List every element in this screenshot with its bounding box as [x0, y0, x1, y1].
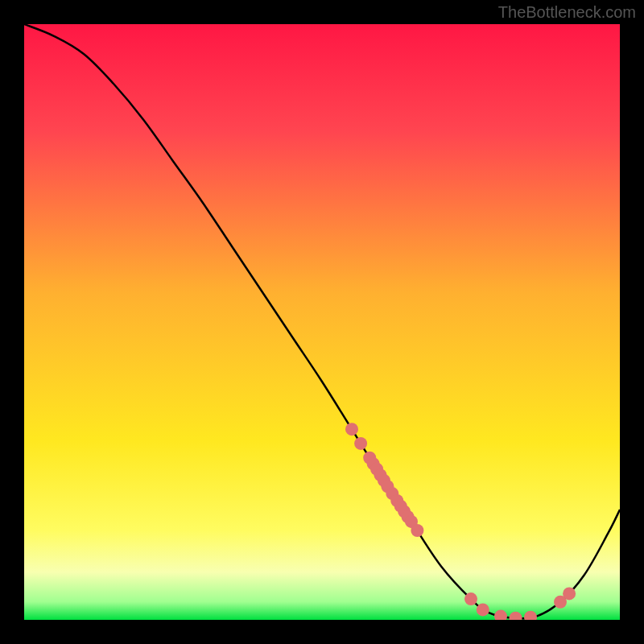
marker-point: [354, 437, 367, 450]
watermark-text: TheBottleneck.com: [498, 3, 636, 22]
marker-point: [345, 423, 358, 436]
marker-point: [477, 603, 489, 616]
marker-point: [411, 524, 423, 537]
marker-point: [464, 592, 477, 605]
gradient-background: [24, 24, 620, 620]
chart-container: [24, 24, 620, 620]
marker-point: [563, 587, 576, 600]
chart-svg: [24, 24, 620, 620]
